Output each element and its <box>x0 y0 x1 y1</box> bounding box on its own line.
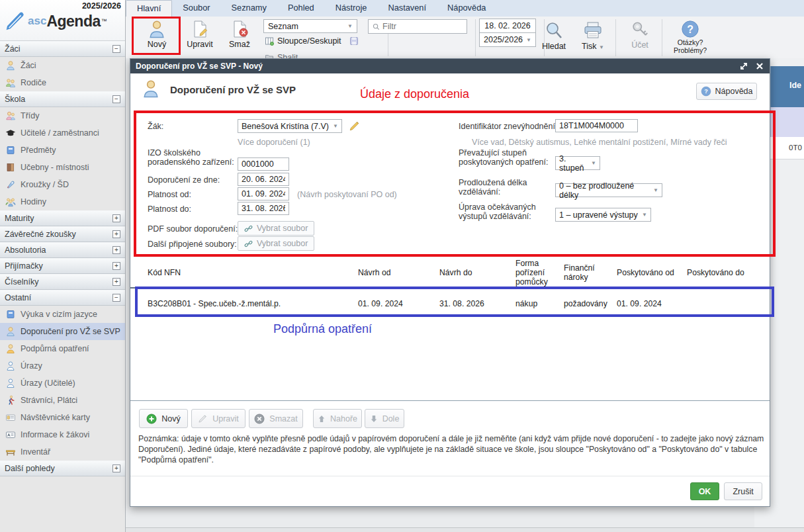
dialog-person-icon <box>141 79 161 99</box>
sidebar-item-krouzky[interactable]: Kroužky / ŠD <box>0 176 125 193</box>
sidebar-section-ostatni[interactable]: Ostatní− <box>0 290 125 306</box>
menu-tab-seznamy[interactable]: Seznamy <box>221 0 277 17</box>
sidebar-item-navstevnicke-karty[interactable]: Návštěvnické karty <box>0 409 125 426</box>
edit-pencil-icon[interactable] <box>349 120 361 132</box>
expand-toggle[interactable]: + <box>112 230 120 238</box>
dialog-titlebar[interactable]: Doporučení pro VŽ se SVP - Nový <box>130 59 770 73</box>
search-button[interactable]: Hledat <box>536 20 572 51</box>
dalsi-vybrat-soubor-button[interactable]: Vybrat soubor <box>238 236 314 251</box>
sidebar-section-zaci[interactable]: Žáci− <box>0 41 125 57</box>
vice-doporuceni-link[interactable]: Více doporučení (1) <box>238 138 310 147</box>
col-header[interactable]: Návrh od <box>358 268 439 277</box>
col-header[interactable]: Poskytováno od <box>617 268 687 277</box>
new-button[interactable]: Nový <box>138 19 176 49</box>
sidebar-section-dalsi-pohledy[interactable]: Další pohledy+ <box>0 461 125 476</box>
sidebar-item-label: Výuka v cizím jazyce <box>21 310 97 319</box>
sidebar-item-predmety[interactable]: Předměty <box>0 142 125 159</box>
sidebar-item-urazy[interactable]: Úrazy <box>0 357 125 375</box>
row-new-button[interactable]: Nový <box>139 409 188 428</box>
sidebar-item-informace-k-zakovi[interactable]: Informace k žákovi <box>0 426 125 443</box>
account-button[interactable]: Účet <box>623 20 656 50</box>
date-field[interactable]: 18. 02. 2026 <box>479 19 536 33</box>
sidebar-section-zaverecne[interactable]: Závěrečné zkoušky+ <box>0 226 125 242</box>
view-select[interactable]: Seznam▼ <box>263 19 357 33</box>
collapse-toggle[interactable]: − <box>112 95 120 103</box>
walking-person-icon <box>5 395 16 406</box>
pdf-vybrat-soubor-button[interactable]: Vybrat soubor <box>238 221 314 236</box>
sidebar-item-vyuka-cizi-jazyk[interactable]: Výuka v cizím jazyce <box>0 306 125 323</box>
background-column-header[interactable]: Ide <box>770 66 804 107</box>
vybrat-soubor-label: Vybrat soubor <box>257 224 308 233</box>
sidebar-item-hodiny[interactable]: Hodiny <box>0 193 125 210</box>
row-delete-button[interactable]: Smazat <box>249 409 303 428</box>
collapse-toggle[interactable]: − <box>112 45 120 53</box>
menu-tab-pohled[interactable]: Pohled <box>277 0 325 17</box>
menu-tab-soubor[interactable]: Soubor <box>172 0 220 17</box>
toolbar-separator <box>475 19 476 56</box>
menu-tab-nastroje[interactable]: Nástroje <box>325 0 378 17</box>
identifikator-input[interactable] <box>555 119 638 132</box>
sidebar-item-zaci[interactable]: Žáci <box>0 57 125 74</box>
key-icon <box>630 20 650 40</box>
zak-select[interactable]: Benešová Kristína (7.V)▼ <box>238 119 342 133</box>
menu-tab-nastaveni[interactable]: Nastavení <box>377 0 437 17</box>
col-header[interactable]: Finanční nároky <box>564 263 617 282</box>
sidebar-item-ucebny[interactable]: Učebny - místnosti <box>0 159 125 176</box>
platnost-od-input[interactable] <box>238 187 289 200</box>
platnost-do-input[interactable] <box>238 202 289 215</box>
stupen-select[interactable]: 3. stupeň▼ <box>555 156 600 170</box>
year-select[interactable]: 2025/2026▼ <box>479 32 536 47</box>
sidebar-item-rodice[interactable]: Rodiče <box>0 74 125 91</box>
col-header[interactable]: Kód NFN <box>148 268 358 277</box>
expand-toggle[interactable]: + <box>112 214 120 222</box>
izo-input[interactable] <box>238 157 289 171</box>
edit-button[interactable]: Upravit <box>180 19 220 49</box>
sidebar-item-ucitele[interactable]: Učitelé / zaměstnanci <box>0 124 125 142</box>
maximize-icon[interactable] <box>739 62 748 71</box>
sidebar-section-skola[interactable]: Škola− <box>0 91 125 107</box>
napoveda-button[interactable]: ? Nápověda <box>696 83 757 100</box>
menu-tab-hlavni[interactable]: Hlavní <box>126 0 172 17</box>
help-questions-button[interactable]: ? Otázky? Problémy? <box>668 20 712 54</box>
filter-input[interactable] <box>382 22 455 31</box>
sidebar-item-inventar[interactable]: Inventář <box>0 443 125 461</box>
print-button[interactable]: Tisk ▼ <box>576 20 610 51</box>
delka-select[interactable]: 0 – bez prodloužené délky▼ <box>555 183 662 197</box>
background-data-row[interactable]: 0T0 <box>770 137 804 159</box>
help-line1: Otázky? <box>678 39 703 46</box>
close-icon[interactable] <box>755 62 764 71</box>
sidebar-section-absolutoria[interactable]: Absolutoria+ <box>0 242 125 258</box>
row-edit-button[interactable]: Upravit <box>191 409 246 428</box>
ze-dne-input[interactable] <box>238 173 289 186</box>
sidebar-item-urazy-ucitele[interactable]: Úrazy (Učitelé) <box>0 375 125 392</box>
zak-label: Žák: <box>148 122 163 131</box>
expand-toggle[interactable]: + <box>112 246 120 254</box>
cell-poskytovano-od: 01. 09. 2024 <box>617 299 687 308</box>
sidebar-section-maturity[interactable]: Maturity+ <box>0 210 125 226</box>
vystupy-select[interactable]: 1 – upravené výstupy▼ <box>555 208 651 222</box>
sidebar-item-doporuceni-svp[interactable]: Doporučení pro VŽ se SVP <box>0 323 125 340</box>
date-value: 18. 02. 2026 <box>484 21 531 30</box>
background-filter-row[interactable] <box>770 107 804 137</box>
ok-button[interactable]: OK <box>690 482 719 500</box>
sidebar-item-podpurna-opatreni[interactable]: Podpůrná opatření <box>0 340 125 357</box>
col-header[interactable]: Forma pořízení pomůcky <box>515 259 564 287</box>
sidebar-section-ciselniky[interactable]: Číselníky+ <box>0 274 125 290</box>
row-up-button[interactable]: Nahoře <box>313 409 362 428</box>
delete-button[interactable]: Smaž <box>222 19 257 49</box>
menu-tab-napoveda[interactable]: Nápověda <box>437 0 496 17</box>
sidebar-item-tridy[interactable]: Třídy <box>0 107 125 124</box>
col-header[interactable]: Poskytováno do <box>687 268 768 277</box>
expand-toggle[interactable]: + <box>112 262 120 270</box>
col-header[interactable]: Návrh do <box>439 268 515 277</box>
cancel-button[interactable]: Zrušit <box>724 482 762 500</box>
columns-group-button[interactable]: Sloupce/Seskupit <box>265 36 341 46</box>
save-layout-icon[interactable] <box>349 36 359 46</box>
sidebar-item-stravnici[interactable]: Strávníci, Plátci <box>0 392 125 409</box>
table-row[interactable]: B3C208B01 - Spec.učeb.-ž.mentál.p. 01. 0… <box>130 291 768 316</box>
expand-toggle[interactable]: + <box>112 465 120 472</box>
expand-toggle[interactable]: + <box>112 278 120 286</box>
collapse-toggle[interactable]: − <box>112 294 120 302</box>
sidebar-section-prijimacky[interactable]: Přijímačky+ <box>0 258 125 274</box>
row-down-button[interactable]: Dole <box>365 409 404 428</box>
